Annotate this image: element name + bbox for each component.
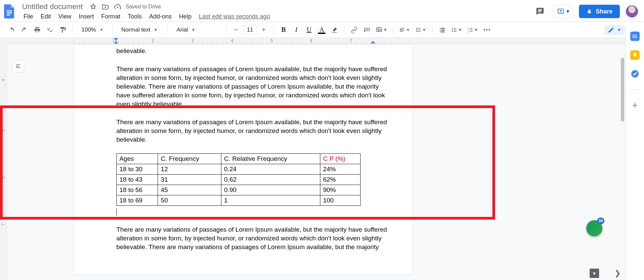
table-cell[interactable]: 1 — [221, 195, 320, 206]
table-cell[interactable]: 62% — [320, 175, 361, 185]
menu-addons[interactable]: Add-ons — [146, 12, 175, 21]
scroll-down-button[interactable]: ▾ — [590, 269, 599, 278]
align-button[interactable]: ▼ — [397, 25, 412, 35]
move-folder-icon[interactable] — [102, 3, 109, 10]
underline-button[interactable]: U — [303, 25, 315, 35]
table-cell[interactable]: 50 — [158, 195, 221, 206]
toolbar-separator — [72, 26, 73, 34]
get-addons-button[interactable]: ＋ — [631, 99, 639, 111]
menu-view[interactable]: View — [55, 12, 75, 21]
menu-format[interactable]: Format — [98, 12, 124, 21]
table-cell[interactable]: 100 — [320, 195, 361, 206]
table-cell[interactable]: 18 to 43 — [117, 175, 158, 185]
paragraph[interactable]: There are many variations of passages of… — [116, 118, 392, 144]
undo-button[interactable] — [6, 25, 17, 35]
numbered-list-button[interactable]: 123▼ — [465, 25, 480, 35]
bold-button[interactable]: B — [278, 25, 289, 35]
table-header-cell[interactable]: Ages — [117, 154, 158, 164]
table-row[interactable]: 18 to 30 12 0.24 24% — [117, 164, 361, 175]
text-color-button[interactable]: A — [316, 25, 327, 35]
svg-point-7 — [452, 28, 453, 29]
menu-tools[interactable]: Tools — [124, 12, 145, 21]
title-column: Untitled document Saved to Drive File Ed… — [20, 2, 529, 21]
document-title[interactable]: Untitled document — [20, 2, 85, 11]
table-cell[interactable]: 24% — [320, 164, 361, 175]
svg-point-9 — [452, 31, 453, 32]
tasks-addon-icon[interactable] — [630, 69, 640, 79]
table-header-cell[interactable]: C. Frequency — [158, 154, 221, 164]
font-family-combo[interactable]: Arial▼ — [172, 25, 222, 35]
paragraph[interactable]: believable. — [116, 47, 392, 55]
cloud-saved-icon[interactable] — [114, 3, 121, 10]
table-cell[interactable]: 0.90 — [221, 185, 320, 195]
menu-insert[interactable]: Insert — [75, 12, 97, 21]
table-cell[interactable]: 90% — [320, 185, 361, 195]
table-row[interactable]: Ages C. Frequency C. Relative Frequency … — [117, 154, 361, 164]
add-comment-button[interactable] — [361, 25, 373, 35]
highlight-color-button[interactable] — [329, 25, 340, 35]
italic-button[interactable]: I — [290, 25, 302, 35]
text-color-swatch — [318, 33, 325, 34]
line-spacing-button[interactable]: ▼ — [413, 25, 428, 35]
explore-button[interactable]: 39 — [586, 220, 602, 236]
workspace: 4567 believable. There are many variatio… — [0, 44, 625, 280]
increase-font-size-button[interactable]: + — [258, 25, 269, 35]
saved-to-drive-label: Saved to Drive — [126, 4, 161, 10]
vertical-ruler[interactable]: 4567 — [0, 44, 7, 280]
table-row[interactable]: 18 to 56 45 0.90 90% — [117, 185, 361, 195]
keep-addon-icon[interactable] — [630, 50, 640, 60]
editing-mode-pill[interactable]: ▼ — [604, 25, 625, 35]
insert-link-button[interactable] — [348, 25, 360, 35]
zoom-combo[interactable]: 100%▼ — [77, 25, 108, 35]
present-button[interactable]: ▼ — [552, 5, 574, 18]
decrease-font-size-button[interactable]: − — [230, 25, 242, 35]
paragraph[interactable]: There are many variations of passages of… — [116, 225, 392, 251]
data-table[interactable]: Ages C. Frequency C. Relative Frequency … — [116, 153, 361, 206]
table-cell[interactable]: 18 to 30 — [117, 164, 158, 175]
star-icon[interactable] — [90, 3, 97, 10]
redo-button[interactable] — [19, 25, 30, 35]
share-button[interactable]: Share — [579, 5, 620, 18]
table-header-cell[interactable]: C. Relative Frequency — [221, 154, 320, 164]
menu-help[interactable]: Help — [176, 12, 195, 21]
table-cell[interactable]: 0.24 — [221, 164, 320, 175]
sidepanel-collapse-button[interactable]: ❯ — [614, 269, 621, 278]
document-body[interactable]: believable. There are many variations of… — [74, 45, 412, 251]
docs-logo[interactable] — [3, 3, 16, 20]
account-avatar[interactable] — [625, 5, 639, 18]
table-cell[interactable]: 45 — [158, 185, 221, 195]
show-outline-button[interactable] — [12, 60, 24, 73]
bullet-list-button[interactable]: ▼ — [449, 25, 464, 35]
svg-rect-2 — [7, 14, 10, 15]
font-size-input[interactable]: 11 — [243, 25, 257, 35]
paragraph-text: believable. — [116, 47, 147, 54]
paragraph-style-combo[interactable]: Normal text▼ — [116, 25, 163, 35]
vertical-scrollbar[interactable] — [620, 44, 625, 280]
document-page[interactable]: believable. There are many variations of… — [74, 44, 413, 275]
horizontal-ruler[interactable]: 1234567 — [0, 38, 644, 44]
insert-image-button[interactable]: ▼ — [374, 25, 389, 35]
print-button[interactable] — [32, 25, 43, 35]
table-row[interactable]: 18 to 43 31 0.62 62% — [117, 175, 361, 185]
table-header-cell[interactable]: C P (%) — [320, 154, 361, 164]
side-panel: 31 ＋ — [625, 27, 644, 280]
table-cell[interactable]: 18 to 56 — [117, 185, 158, 195]
open-comments-button[interactable] — [533, 5, 547, 18]
spellcheck-button[interactable] — [44, 25, 56, 35]
checklist-button[interactable] — [436, 25, 448, 35]
scroll-thumb[interactable] — [621, 58, 624, 122]
paint-format-button[interactable] — [57, 25, 68, 35]
sidepanel-separator — [630, 89, 640, 90]
table-cell[interactable]: 12 — [158, 164, 221, 175]
menu-file[interactable]: File — [20, 12, 37, 21]
table-row[interactable]: 18 to 69 50 1 100 — [117, 195, 361, 206]
more-tools-button[interactable]: ••• — [481, 25, 493, 35]
table-cell[interactable]: 0.62 — [221, 175, 320, 185]
paragraph[interactable]: There are many variations of passages of… — [116, 65, 392, 108]
last-edit-link[interactable]: Last edit was seconds ago — [196, 12, 273, 21]
table-cell[interactable]: 31 — [158, 175, 221, 185]
table-cell[interactable]: 18 to 69 — [117, 195, 158, 206]
menu-edit[interactable]: Edit — [37, 12, 54, 21]
caret-down-icon: ▼ — [458, 28, 462, 32]
calendar-addon-icon[interactable]: 31 — [630, 32, 640, 41]
